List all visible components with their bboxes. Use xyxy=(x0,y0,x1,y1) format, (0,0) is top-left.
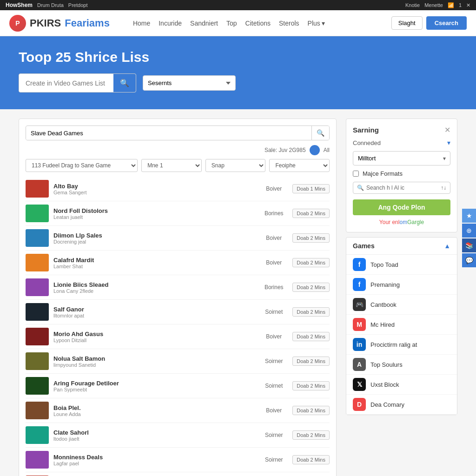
hero-title: Toop 25 Shrice Liss xyxy=(19,49,457,65)
nav-plus[interactable]: Plus ▾ xyxy=(308,20,325,27)
militia-select-wrap: Milltort ▾ xyxy=(353,151,450,165)
games-list-item[interactable]: f Premaning xyxy=(346,275,457,295)
search-meta-text: Sale: Juv 2G985 xyxy=(264,147,306,153)
saving-card-title: Sarning xyxy=(353,126,379,134)
games-card-arrow-icon[interactable]: ▲ xyxy=(444,242,450,250)
sidebar-library-icon[interactable]: 📚 xyxy=(462,238,476,252)
game-info: Calafrd Mardit Lamber Shat xyxy=(53,257,255,269)
game-list-item[interactable]: Alto Bay Gema Sangert Boiver Doab 1 Mins xyxy=(26,177,330,201)
brand-subtext: Feariams xyxy=(65,17,110,29)
games-list: f Topo Toad f Premaning 🎮 Cantbook M Mc … xyxy=(346,255,457,415)
game-status: Soirnet xyxy=(260,383,288,389)
games-list-item[interactable]: 𝕏 Uxst Block xyxy=(346,375,457,395)
topbar-wifi-icon: 📶 xyxy=(448,2,454,8)
game-thumb-img xyxy=(26,402,49,419)
game-list-item[interactable]: Calafrd Mardit Lamber Shat Boiver Doab 2… xyxy=(26,251,330,275)
games-list-item-name: Premaning xyxy=(370,281,400,288)
game-date: Doab 2 Mins xyxy=(292,307,330,317)
connected-arrow-icon[interactable]: ▾ xyxy=(447,139,450,146)
militia-select[interactable]: Milltort xyxy=(353,151,450,165)
major-formats-checkbox[interactable] xyxy=(353,171,359,177)
game-info: Nord Foll Distolors Leatan juaelt xyxy=(53,207,255,220)
topbar-close-icon[interactable]: ✕ xyxy=(466,2,470,8)
game-list-item[interactable]: Nord Foll Distolors Leatan juaelt Borine… xyxy=(26,201,330,226)
signin-button[interactable]: Slaght xyxy=(391,16,423,30)
game-thumb-img xyxy=(26,426,49,444)
games-list-item-name: Dea Comary xyxy=(370,401,404,408)
search-icon: 🔍 xyxy=(357,185,364,191)
game-name: Salf Ganor xyxy=(53,306,255,313)
games-list-item-name: Top Soulurs xyxy=(370,361,403,368)
nav-citetions[interactable]: Citetions xyxy=(245,18,271,29)
games-list-item[interactable]: A Top Soulurs xyxy=(346,355,457,375)
game-thumb xyxy=(26,402,49,419)
game-status: Borines xyxy=(260,284,288,291)
game-list-item[interactable]: Salf Ganor lltomnlor apat Soirnet Doab 2… xyxy=(26,300,330,324)
major-formats-row: Majce Formats xyxy=(353,170,450,177)
add-quote-button[interactable]: Ang Qode Plon xyxy=(353,199,450,215)
game-status: Borines xyxy=(260,210,288,217)
panel-search-button[interactable]: 🔍 xyxy=(311,126,329,140)
nav-sterols[interactable]: Sterols xyxy=(279,18,299,29)
topbar-user[interactable]: Knotie xyxy=(405,2,420,8)
game-thumb-img xyxy=(26,278,49,296)
game-list-item[interactable]: Aibeal Cheabame Poploe joaut Soirnet Doa… xyxy=(26,472,330,476)
filter-select-1[interactable]: Mne 1 xyxy=(141,159,202,172)
game-list-item[interactable]: Monniness Deals Lagfar pael Soirner Doab… xyxy=(26,448,330,472)
game-date: Doab 2 Mins xyxy=(292,258,330,267)
game-name: Aring Fourage Detiloer xyxy=(53,380,255,387)
game-list-item[interactable]: Boia Plel. Loune Adda Boiver Doab 2 Mins xyxy=(26,398,330,423)
nav-sandniert[interactable]: Sandniert xyxy=(190,18,218,29)
panel-search-input[interactable] xyxy=(26,126,311,140)
hero-dropdown-wrap: Sesernts xyxy=(143,75,236,91)
hero-section: Toop 25 Shrice Liss 🔍 Sesernts xyxy=(0,36,476,109)
game-thumb xyxy=(26,254,49,271)
games-list-item[interactable]: f Topo Toad xyxy=(346,255,457,275)
sidebar-star-icon[interactable]: ★ xyxy=(462,209,476,223)
game-name: Morio Ahd Gasus xyxy=(53,331,255,337)
game-thumb-img xyxy=(26,328,49,345)
game-list-item[interactable]: Nolua Salt Bamon lirnpyound Sanetid Soir… xyxy=(26,349,330,374)
nav-top[interactable]: Top xyxy=(226,18,237,29)
filter-select-3[interactable]: Feoiphe xyxy=(269,159,330,172)
game-thumb-img xyxy=(26,377,49,395)
games-list-item[interactable]: in Procictirm ralig at xyxy=(346,335,457,355)
games-list-item[interactable]: D Dea Comary xyxy=(346,395,457,415)
game-thumb xyxy=(26,451,49,469)
hero-search-input[interactable] xyxy=(19,75,113,92)
filter-select-2[interactable]: Snap xyxy=(205,159,266,172)
game-status: Boiver xyxy=(260,259,288,266)
game-list-item[interactable]: Morio Ahd Gasus Lypoon Ditziall Boiver D… xyxy=(26,324,330,349)
games-list-item-name: Uxst Block xyxy=(370,381,399,388)
game-date: Doab 2 Mins xyxy=(292,430,330,440)
topbar-item-pret[interactable]: Pretdopt xyxy=(68,2,88,8)
topbar-settings[interactable]: Menette xyxy=(424,2,443,8)
game-list-item[interactable]: Lionie Biics Sleaed Lona Cany 2flede Bor… xyxy=(26,275,330,300)
sidebar-chat-icon[interactable]: 💬 xyxy=(462,253,476,267)
filter-select-0[interactable]: 113 Fudeel Drag to Sane Game xyxy=(26,159,138,172)
nav-home[interactable]: Home xyxy=(133,18,150,29)
game-thumb-img xyxy=(26,180,49,198)
search-button[interactable]: Csearch xyxy=(426,16,467,30)
game-status: Boiver xyxy=(260,235,288,241)
hero-search-button[interactable]: 🔍 xyxy=(113,74,136,92)
game-list: Alto Bay Gema Sangert Boiver Doab 1 Mins… xyxy=(26,177,330,476)
games-list-item[interactable]: M Mc Hired xyxy=(346,315,457,335)
topbar-item-drum[interactable]: Drum Druta xyxy=(37,2,64,8)
saving-search-row: 🔍 Seanch h l Al ic ↑↓ xyxy=(353,182,450,194)
games-list-item-icon: 🎮 xyxy=(353,298,366,311)
game-status: Soirner xyxy=(260,358,288,364)
games-list-item[interactable]: 🎮 Cantbook xyxy=(346,295,457,315)
game-list-item[interactable]: Aring Fourage Detiloer Pan Sypmeebt Soir… xyxy=(26,374,330,398)
game-list-item[interactable]: Diimon Llp Sales Docrening jeal Boiver D… xyxy=(26,226,330,251)
nav-incuride[interactable]: Incuride xyxy=(159,18,182,29)
game-list-item[interactable]: Clate Sahorl ltodoo jiaelt Soirner Doab … xyxy=(26,423,330,448)
share-text-your: Your xyxy=(379,219,392,225)
saving-card-close[interactable]: ✕ xyxy=(444,126,450,134)
games-list-item-icon: in xyxy=(353,338,366,351)
hero-dropdown[interactable]: Sesernts xyxy=(143,75,236,91)
games-list-item-name: Topo Toad xyxy=(370,261,398,268)
topbar-account[interactable]: 1 xyxy=(459,2,462,8)
sidebar-add-icon[interactable]: ⊕ xyxy=(462,224,476,238)
brand-text: PKIRS xyxy=(30,17,61,29)
